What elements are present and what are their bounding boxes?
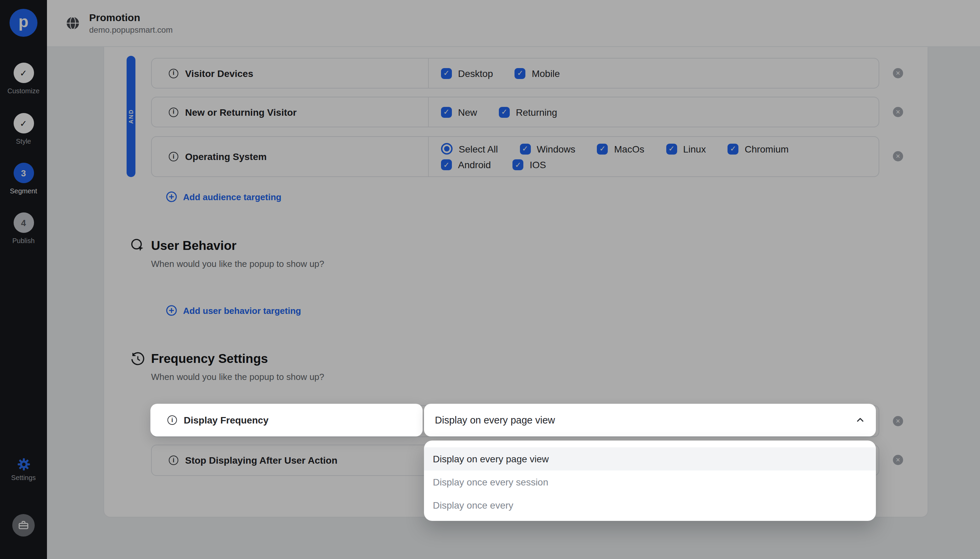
row-title: Display Frequency — [184, 415, 269, 425]
chevron-up-icon — [855, 415, 865, 425]
info-icon[interactable] — [167, 415, 177, 425]
dropdown-menu: Display on every page view Display once … — [424, 440, 876, 521]
dropdown-option-once-every[interactable]: Display once every — [424, 494, 876, 517]
app-window: Customize Style 3 Segment 4 Publish — [0, 0, 980, 559]
dropdown-selected-value: Display on every page view — [435, 415, 855, 425]
dropdown-option-once-every-session[interactable]: Display once every session — [424, 470, 876, 494]
display-frequency-dropdown[interactable]: Display on every page view — [424, 404, 876, 437]
dropdown-option-every-page-view[interactable]: Display on every page view — [424, 447, 876, 470]
display-frequency-label-card: Display Frequency — [150, 404, 422, 437]
